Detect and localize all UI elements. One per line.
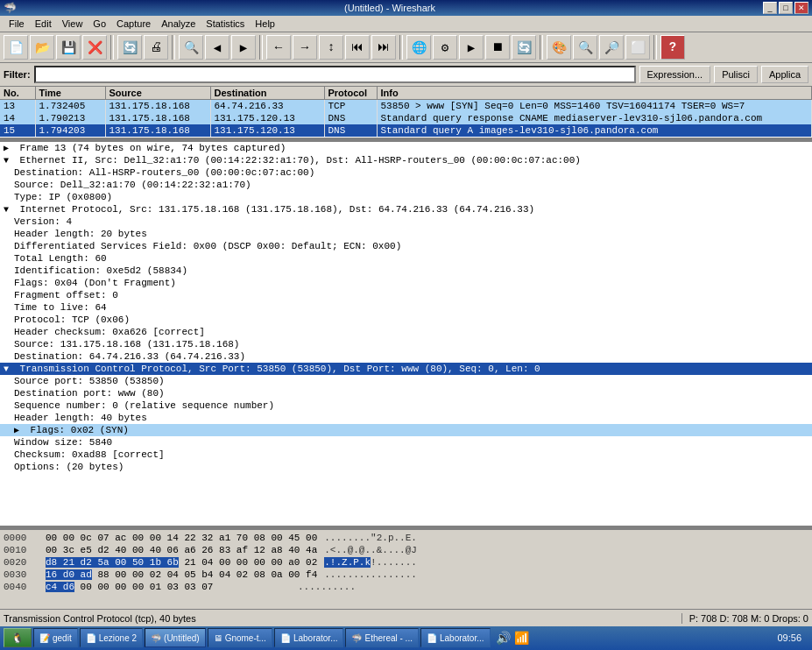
help-button[interactable]: ? [660,35,685,60]
taskbar-item[interactable]: 📄Laborator... [274,628,344,647]
cell-protocol: DNS [324,124,377,137]
taskbar-item-icon: 🦈 [151,633,161,643]
hex-bytes: 00 00 0c 07 ac 00 00 14 22 32 a1 70 08 0… [46,532,317,544]
cell-info: Standard query response CNAME mediaserve… [377,112,812,124]
taskbar-item[interactable]: 🖥Gnome-t... [208,628,272,647]
taskbar-item[interactable]: 📝gedit [33,628,78,647]
ip-header-row[interactable]: ▼ Internet Protocol, Src: 131.175.18.168… [0,203,812,215]
start-button[interactable]: 🐧 [4,628,32,647]
taskbar-item[interactable]: 🦈Ethereal - ... [345,628,418,647]
tcp-dst-port: Destination port: www (80) [0,387,812,399]
taskbar-item[interactable]: 📄Laborator... [420,628,491,647]
menu-file[interactable]: File [4,17,30,31]
table-row[interactable]: 15 1.794203 131.175.18.168 131.175.120.1… [0,124,812,137]
ip-checksum: Header checksum: 0xa626 [correct] [0,326,812,338]
ip-identification: Identification: 0xe5d2 (58834) [0,265,812,277]
clear-button[interactable]: Pulisci [714,66,758,83]
filter-input[interactable] [34,66,636,83]
menu-capture[interactable]: Capture [111,17,156,31]
apply-button[interactable]: Applica [761,66,808,83]
restart-capture-button[interactable]: 🔄 [512,35,536,60]
packet-details: ▶ Frame 13 (74 bytes on wire, 74 bytes c… [0,142,812,527]
taskbar-item-label: Ethereal - ... [364,633,412,643]
expression-button[interactable]: Expression... [639,66,711,83]
minimize-button[interactable]: _ [763,2,777,14]
find-button[interactable]: 🔍 [179,35,203,60]
menubar: File Edit View Go Capture Analyze Statis… [0,16,812,32]
ethernet-header-row[interactable]: ▼ Ethernet II, Src: Dell_32:a1:70 (00:14… [0,154,812,166]
table-row[interactable]: 14 1.790213 131.175.18.168 131.175.120.1… [0,112,812,124]
ip-version: Version: 4 [0,215,812,228]
reload-button[interactable]: 🔄 [117,35,142,60]
filterbar: Filter: Expression... Pulisci Applica [0,63,812,87]
start-capture-button[interactable]: ▶ [459,35,484,60]
tcp-flags-row[interactable]: ▶ Flags: 0x02 (SYN) [0,424,812,436]
capture-options-button[interactable]: ⚙ [433,35,457,60]
find-next-button[interactable]: ▶ [231,35,256,60]
print-button[interactable]: 🖨 [144,35,168,60]
ethernet-section: ▼ Ethernet II, Src: Dell_32:a1:70 (00:14… [0,154,812,203]
taskbar-item-label: Lezione 2 [99,633,137,643]
tray-icon-2[interactable]: 📶 [514,631,529,646]
cell-info: Standard query A images-lev310-sjl06.pan… [377,124,812,137]
menu-edit[interactable]: Edit [30,17,57,31]
find-prev-button[interactable]: ◀ [205,35,229,60]
taskbar-item-icon: 📄 [280,633,291,643]
close-capture-button[interactable]: ❌ [82,35,107,60]
menu-analyze[interactable]: Analyze [156,17,201,31]
toolbar-sep6 [653,35,657,60]
taskbar-items: 📝gedit📄Lezione 2🦈(Untitled)🖥Gnome-t...📄L… [33,628,491,647]
tcp-src-port: Source port: 53850 (53850) [0,375,812,387]
table-row[interactable]: 13 1.732405 131.175.18.168 64.74.216.33 … [0,100,812,113]
go-forward-button[interactable]: → [293,35,317,60]
menu-go[interactable]: Go [88,17,111,31]
menu-statistics[interactable]: Statistics [201,17,250,31]
taskbar-item[interactable]: 📄Lezione 2 [80,628,143,647]
stop-capture-button[interactable]: ⏹ [485,35,510,60]
first-button[interactable]: ⏮ [345,35,370,60]
taskbar-item[interactable]: 🦈(Untitled) [145,628,206,647]
ip-header-length: Header length: 20 bytes [0,228,812,240]
maximize-button[interactable]: □ [779,2,793,14]
col-destination[interactable]: Destination [210,87,324,100]
col-info[interactable]: Info [377,87,812,100]
taskbar: 🐧 📝gedit📄Lezione 2🦈(Untitled)🖥Gnome-t...… [0,626,812,650]
hex-ascii: ........"2.p..E. [324,532,417,544]
menu-help[interactable]: Help [250,17,280,31]
last-button[interactable]: ⏭ [371,35,396,60]
ip-total-length: Total Length: 60 [0,252,812,265]
cell-source: 131.175.18.168 [105,100,210,113]
new-button[interactable]: 📄 [4,35,28,60]
frame-section[interactable]: ▶ Frame 13 (74 bytes on wire, 74 bytes c… [0,142,812,154]
status-right: P: 708 D: 708 M: 0 Drops: 0 [681,613,808,624]
tray-icon-1[interactable]: 🔊 [496,631,511,646]
col-protocol[interactable]: Protocol [324,87,377,100]
hex-offset: 0040 [4,581,39,593]
status-left: Transmission Control Protocol (tcp), 40 … [4,613,681,624]
tcp-header-row[interactable]: ▼ Transmission Control Protocol, Src Por… [0,363,812,375]
packet-table: No. Time Source Destination Protocol Inf… [0,87,812,137]
zoom-out-button[interactable]: 🔎 [599,35,624,60]
colorize-button[interactable]: 🎨 [547,35,571,60]
taskbar-item-label: gedit [53,633,72,643]
hex-selected: 16 d0 ad [46,569,92,580]
hex-bytes: d8 21 d2 5a 00 50 1b 6b 21 04 00 00 00 0… [46,556,317,569]
cell-time: 1.732405 [35,100,105,113]
save-button[interactable]: 💾 [56,35,81,60]
taskbar-item-icon: 📝 [39,633,50,643]
open-button[interactable]: 📂 [30,35,54,60]
go-back-button[interactable]: ← [266,35,291,60]
packet-tbody: 13 1.732405 131.175.18.168 64.74.216.33 … [0,100,812,138]
col-no[interactable]: No. [0,87,35,100]
zoom-in-button[interactable]: 🔍 [573,35,597,60]
ip-dsf: Differentiated Services Field: 0x00 (DSC… [0,240,812,252]
close-button[interactable]: ✕ [794,2,808,14]
col-source[interactable]: Source [105,87,210,100]
capture-interfaces-button[interactable]: 🌐 [406,35,431,60]
packet-list: No. Time Source Destination Protocol Inf… [0,87,812,139]
zoom-normal-button[interactable]: ⬜ [625,35,650,60]
menu-view[interactable]: View [57,17,88,31]
goto-button[interactable]: ↕ [319,35,343,60]
hex-row: 0040 c4 d6 00 00 00 00 01 03 03 07 .....… [4,581,808,593]
col-time[interactable]: Time [35,87,105,100]
